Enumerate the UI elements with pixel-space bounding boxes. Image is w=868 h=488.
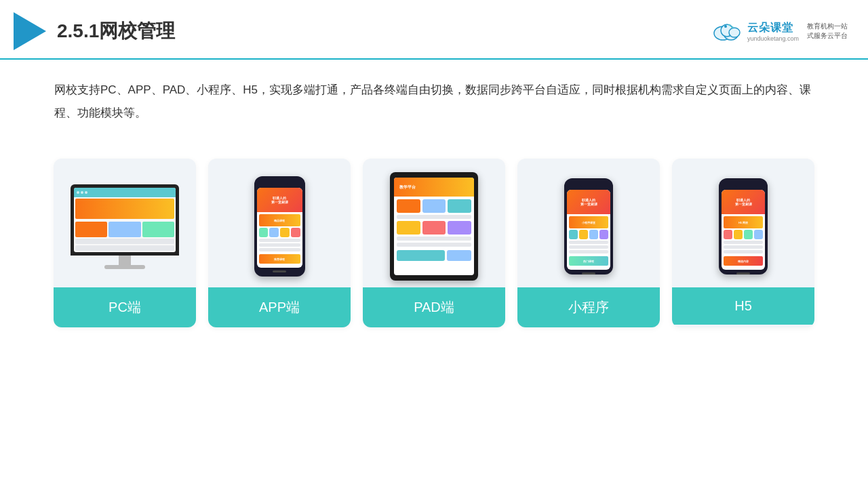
card-miniprogram-label: 小程序 [517, 287, 660, 327]
brand-logo [712, 21, 742, 41]
brand-slogan: 教育机构一站式服务云平台 [807, 22, 848, 41]
logo-triangle-icon [14, 12, 46, 50]
cards-container: PC端 职通人的第一堂刷课 精品课程 [0, 145, 868, 341]
h5-phone-icon: 职通人的第一堂刷课 H5 网校 [719, 178, 768, 274]
cloud-logo-icon [712, 21, 742, 41]
card-pc-image [54, 159, 196, 287]
pc-monitor-icon [71, 184, 179, 269]
svg-point-5 [728, 24, 730, 26]
svg-point-3 [729, 28, 740, 37]
brand-text-block: 云朵课堂 yunduoketang.com [747, 21, 799, 42]
card-pad-label: PAD端 [363, 287, 505, 327]
card-app: 职通人的第一堂刷课 精品课程 [208, 159, 351, 327]
description-text: 网校支持PC、APP、PAD、小程序、H5，实现多端打通，产品各终端自由切换，数… [54, 79, 814, 125]
brand-name: 云朵课堂 [747, 21, 793, 35]
brand-url: yunduoketang.com [747, 35, 799, 42]
header-right: 云朵课堂 yunduoketang.com 教育机构一站式服务云平台 [712, 21, 848, 42]
card-pad: 教学平台 [363, 159, 505, 327]
card-miniprogram-image: 职通人的第一堂刷课 小程序课堂 [517, 159, 660, 287]
svg-point-4 [724, 25, 727, 28]
miniprogram-phone-icon: 职通人的第一堂刷课 小程序课堂 [564, 178, 613, 274]
card-app-label: APP端 [208, 287, 351, 327]
description: 网校支持PC、APP、PAD、小程序、H5，实现多端打通，产品各终端自由切换，数… [0, 60, 868, 138]
card-h5: 职通人的第一堂刷课 H5 网校 [672, 159, 814, 327]
card-h5-image: 职通人的第一堂刷课 H5 网校 [672, 159, 814, 287]
header: 2.5.1网校管理 云朵课堂 yunduoketang.com 教育机构一站式服… [0, 0, 868, 60]
page-title: 2.5.1网校管理 [57, 18, 175, 44]
card-pc-label: PC端 [54, 287, 196, 327]
card-h5-label: H5 [672, 287, 814, 325]
card-pad-image: 教学平台 [363, 159, 505, 287]
svg-point-6 [731, 26, 733, 28]
card-pc: PC端 [54, 159, 196, 327]
card-app-image: 职通人的第一堂刷课 精品课程 [208, 159, 351, 287]
card-miniprogram: 职通人的第一堂刷课 小程序课堂 [517, 159, 660, 327]
pad-tablet-icon: 教学平台 [390, 172, 478, 281]
app-phone-icon: 职通人的第一堂刷课 精品课程 [254, 176, 305, 277]
header-left: 2.5.1网校管理 [14, 12, 175, 50]
